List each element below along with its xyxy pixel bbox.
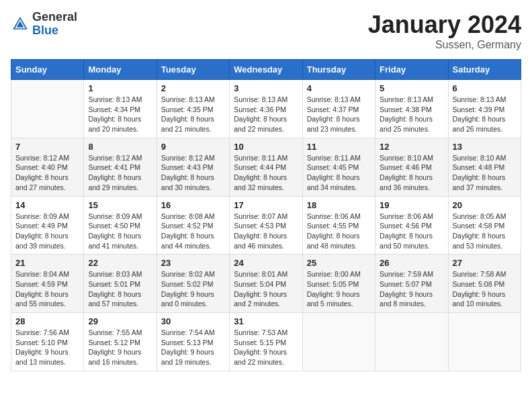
day-number: 10 — [234, 142, 298, 152]
day-info: Sunrise: 8:10 AM Sunset: 4:46 PM Dayligh… — [380, 153, 443, 193]
header-friday: Friday — [375, 60, 448, 80]
logo: General Blue — [11, 11, 77, 38]
calendar-cell: 15Sunrise: 8:09 AM Sunset: 4:50 PM Dayli… — [84, 196, 157, 255]
day-info: Sunrise: 8:09 AM Sunset: 4:49 PM Dayligh… — [15, 212, 79, 251]
day-number: 18 — [307, 200, 371, 210]
calendar-cell: 1Sunrise: 8:13 AM Sunset: 4:34 PM Daylig… — [84, 80, 157, 138]
day-info: Sunrise: 8:09 AM Sunset: 4:50 PM Dayligh… — [88, 212, 152, 251]
day-number: 22 — [88, 258, 152, 268]
calendar-cell: 2Sunrise: 8:13 AM Sunset: 4:35 PM Daylig… — [157, 80, 229, 138]
day-number: 15 — [88, 200, 152, 210]
calendar-cell: 20Sunrise: 8:05 AM Sunset: 4:58 PM Dayli… — [448, 196, 521, 255]
calendar-cell: 30Sunrise: 7:54 AM Sunset: 5:13 PM Dayli… — [157, 313, 229, 371]
calendar-cell: 10Sunrise: 8:11 AM Sunset: 4:44 PM Dayli… — [230, 138, 302, 196]
day-number: 25 — [307, 258, 371, 268]
day-number: 6 — [453, 83, 517, 93]
day-info: Sunrise: 8:05 AM Sunset: 4:58 PM Dayligh… — [453, 212, 517, 251]
calendar-cell: 29Sunrise: 7:55 AM Sunset: 5:12 PM Dayli… — [84, 313, 157, 371]
day-info: Sunrise: 8:11 AM Sunset: 4:44 PM Dayligh… — [234, 153, 298, 193]
day-number: 30 — [161, 316, 225, 326]
day-info: Sunrise: 8:13 AM Sunset: 4:39 PM Dayligh… — [453, 95, 517, 134]
day-info: Sunrise: 7:58 AM Sunset: 5:08 PM Dayligh… — [453, 269, 517, 309]
day-number: 7 — [15, 142, 79, 152]
week-row-1: 1Sunrise: 8:13 AM Sunset: 4:34 PM Daylig… — [11, 80, 521, 138]
week-row-4: 21Sunrise: 8:04 AM Sunset: 4:59 PM Dayli… — [11, 255, 521, 313]
calendar-cell: 14Sunrise: 8:09 AM Sunset: 4:49 PM Dayli… — [11, 196, 84, 255]
day-info: Sunrise: 8:06 AM Sunset: 4:55 PM Dayligh… — [307, 212, 371, 251]
day-info: Sunrise: 8:03 AM Sunset: 5:01 PM Dayligh… — [88, 269, 152, 309]
calendar-cell: 27Sunrise: 7:58 AM Sunset: 5:08 PM Dayli… — [448, 255, 521, 313]
calendar-title: January 2024 — [368, 11, 521, 39]
day-number: 5 — [380, 83, 443, 93]
calendar-header: SundayMondayTuesdayWednesdayThursdayFrid… — [11, 60, 521, 80]
day-number: 28 — [15, 316, 79, 326]
header-row: SundayMondayTuesdayWednesdayThursdayFrid… — [11, 60, 521, 80]
day-number: 12 — [380, 142, 443, 152]
day-number: 24 — [234, 258, 298, 268]
header-saturday: Saturday — [448, 60, 521, 80]
header-thursday: Thursday — [302, 60, 375, 80]
day-info: Sunrise: 8:11 AM Sunset: 4:45 PM Dayligh… — [307, 153, 371, 193]
calendar-cell: 6Sunrise: 8:13 AM Sunset: 4:39 PM Daylig… — [448, 80, 521, 138]
calendar-cell: 4Sunrise: 8:13 AM Sunset: 4:37 PM Daylig… — [302, 80, 375, 138]
day-info: Sunrise: 8:02 AM Sunset: 5:02 PM Dayligh… — [161, 269, 225, 309]
day-number: 20 — [453, 200, 517, 210]
calendar-cell: 25Sunrise: 8:00 AM Sunset: 5:05 PM Dayli… — [302, 255, 375, 313]
calendar-cell — [11, 80, 84, 138]
day-info: Sunrise: 7:53 AM Sunset: 5:15 PM Dayligh… — [234, 328, 298, 367]
day-info: Sunrise: 8:13 AM Sunset: 4:34 PM Dayligh… — [88, 95, 152, 134]
calendar-cell: 18Sunrise: 8:06 AM Sunset: 4:55 PM Dayli… — [302, 196, 375, 255]
day-number: 27 — [453, 258, 517, 268]
day-info: Sunrise: 8:12 AM Sunset: 4:41 PM Dayligh… — [88, 153, 152, 193]
header-tuesday: Tuesday — [157, 60, 229, 80]
day-number: 17 — [234, 200, 298, 210]
day-info: Sunrise: 7:56 AM Sunset: 5:10 PM Dayligh… — [15, 328, 79, 367]
calendar-cell: 31Sunrise: 7:53 AM Sunset: 5:15 PM Dayli… — [230, 313, 302, 371]
day-info: Sunrise: 8:13 AM Sunset: 4:37 PM Dayligh… — [307, 95, 371, 134]
calendar-cell: 7Sunrise: 8:12 AM Sunset: 4:40 PM Daylig… — [11, 138, 84, 196]
week-row-2: 7Sunrise: 8:12 AM Sunset: 4:40 PM Daylig… — [11, 138, 521, 196]
calendar-cell: 16Sunrise: 8:08 AM Sunset: 4:52 PM Dayli… — [157, 196, 229, 255]
day-number: 4 — [307, 83, 371, 93]
calendar-cell: 13Sunrise: 8:10 AM Sunset: 4:48 PM Dayli… — [448, 138, 521, 196]
day-info: Sunrise: 7:59 AM Sunset: 5:07 PM Dayligh… — [380, 269, 443, 309]
day-info: Sunrise: 8:12 AM Sunset: 4:43 PM Dayligh… — [161, 153, 225, 193]
header-sunday: Sunday — [11, 60, 84, 80]
calendar-cell: 21Sunrise: 8:04 AM Sunset: 4:59 PM Dayli… — [11, 255, 84, 313]
calendar-body: 1Sunrise: 8:13 AM Sunset: 4:34 PM Daylig… — [11, 80, 521, 371]
day-info: Sunrise: 7:55 AM Sunset: 5:12 PM Dayligh… — [88, 328, 152, 367]
day-number: 11 — [307, 142, 371, 152]
day-info: Sunrise: 8:01 AM Sunset: 5:04 PM Dayligh… — [234, 269, 298, 309]
logo-icon — [11, 15, 30, 34]
calendar-cell: 26Sunrise: 7:59 AM Sunset: 5:07 PM Dayli… — [375, 255, 448, 313]
calendar-cell — [302, 313, 375, 371]
day-info: Sunrise: 7:54 AM Sunset: 5:13 PM Dayligh… — [161, 328, 225, 367]
page-header: General Blue January 2024 Sussen, German… — [11, 11, 521, 51]
day-number: 8 — [88, 142, 152, 152]
logo-blue-text: Blue — [32, 24, 77, 38]
week-row-5: 28Sunrise: 7:56 AM Sunset: 5:10 PM Dayli… — [11, 313, 521, 371]
day-number: 9 — [161, 142, 225, 152]
day-info: Sunrise: 8:10 AM Sunset: 4:48 PM Dayligh… — [453, 153, 517, 193]
day-number: 23 — [161, 258, 225, 268]
day-number: 3 — [234, 83, 298, 93]
day-info: Sunrise: 8:04 AM Sunset: 4:59 PM Dayligh… — [15, 269, 79, 309]
calendar-cell: 5Sunrise: 8:13 AM Sunset: 4:38 PM Daylig… — [375, 80, 448, 138]
calendar-cell — [375, 313, 448, 371]
day-info: Sunrise: 8:06 AM Sunset: 4:56 PM Dayligh… — [380, 212, 443, 251]
header-monday: Monday — [84, 60, 157, 80]
day-info: Sunrise: 8:12 AM Sunset: 4:40 PM Dayligh… — [15, 153, 79, 193]
calendar-cell: 19Sunrise: 8:06 AM Sunset: 4:56 PM Dayli… — [375, 196, 448, 255]
logo-text: General Blue — [32, 11, 77, 38]
day-number: 14 — [15, 200, 79, 210]
logo-general-text: General — [32, 11, 77, 24]
day-info: Sunrise: 8:08 AM Sunset: 4:52 PM Dayligh… — [161, 212, 225, 251]
day-info: Sunrise: 8:13 AM Sunset: 4:38 PM Dayligh… — [380, 95, 443, 134]
calendar-cell: 17Sunrise: 8:07 AM Sunset: 4:53 PM Dayli… — [230, 196, 302, 255]
calendar-location: Sussen, Germany — [368, 39, 521, 51]
calendar-cell: 11Sunrise: 8:11 AM Sunset: 4:45 PM Dayli… — [302, 138, 375, 196]
day-number: 26 — [380, 258, 443, 268]
calendar-cell: 23Sunrise: 8:02 AM Sunset: 5:02 PM Dayli… — [157, 255, 229, 313]
calendar-cell: 12Sunrise: 8:10 AM Sunset: 4:46 PM Dayli… — [375, 138, 448, 196]
header-wednesday: Wednesday — [230, 60, 302, 80]
